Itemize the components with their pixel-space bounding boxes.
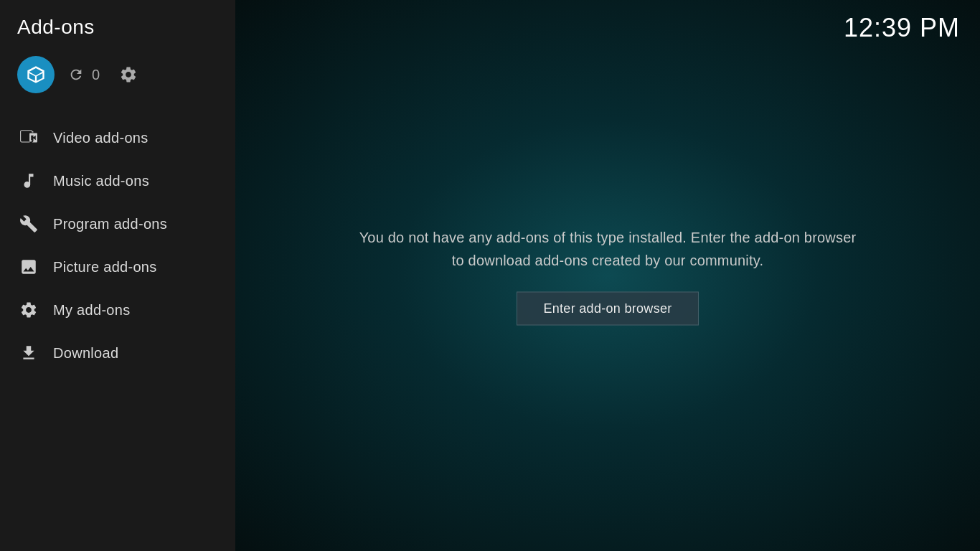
sidebar: Add-ons 0: [0, 0, 235, 551]
download-icon: [17, 342, 40, 364]
sidebar-header: 0: [0, 50, 235, 110]
sidebar-item-download[interactable]: Download: [0, 331, 235, 375]
enter-addon-browser-button[interactable]: Enter add-on browser: [517, 292, 698, 326]
sidebar-item-video-label: Video add-ons: [53, 130, 149, 146]
refresh-icon[interactable]: [66, 65, 86, 85]
sidebar-item-picture-label: Picture add-ons: [53, 259, 157, 276]
refresh-area: 0: [66, 65, 100, 85]
music-icon: [17, 169, 40, 192]
sidebar-item-program-addons[interactable]: Program add-ons: [0, 202, 235, 245]
time-display: 12:39 PM: [824, 0, 980, 56]
my-addons-icon: [17, 298, 40, 321]
update-count: 0: [92, 67, 100, 83]
page-title: Add-ons: [0, 0, 235, 50]
sidebar-item-music-addons[interactable]: Music add-ons: [0, 159, 235, 202]
sidebar-item-picture-addons[interactable]: Picture add-ons: [0, 245, 235, 288]
picture-icon: [17, 255, 40, 278]
main-content: 12:39 PM You do not have any add-ons of …: [235, 0, 980, 551]
video-icon: [17, 126, 40, 149]
sidebar-item-music-label: Music add-ons: [53, 173, 149, 189]
sidebar-item-download-label: Download: [53, 345, 118, 362]
center-message: You do not have any add-ons of this type…: [357, 226, 859, 326]
sidebar-item-program-label: Program add-ons: [53, 216, 167, 232]
addon-box-icon[interactable]: [17, 56, 55, 93]
sidebar-item-my-addons[interactable]: My add-ons: [0, 288, 235, 331]
settings-icon[interactable]: [117, 63, 140, 86]
sidebar-item-video-addons[interactable]: Video add-ons: [0, 116, 235, 159]
no-addons-message: You do not have any add-ons of this type…: [357, 226, 859, 272]
program-icon: [17, 212, 40, 235]
sidebar-item-my-label: My add-ons: [53, 302, 131, 319]
sidebar-nav: Video add-ons Music add-ons Program add-…: [0, 116, 235, 375]
